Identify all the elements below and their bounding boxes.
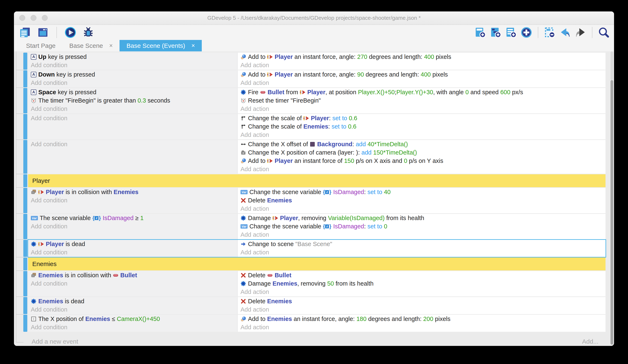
redo-icon[interactable] [575,27,586,38]
event-handle[interactable] [23,174,27,187]
condition-line[interactable]: Enemies is dead [28,297,237,305]
close-tab-icon[interactable]: × [109,42,113,49]
action-line[interactable]: Change the scale of Player: set to 0.6 [238,114,606,122]
action-line[interactable]: Add to Player an instant force, angle: 2… [238,53,606,61]
action-line[interactable]: Fire Bullet from Player, at position Pla… [238,88,606,96]
tab-start-page[interactable]: Start Page [19,40,63,51]
action-line[interactable]: Reset the timer "FireBegin" [238,96,606,105]
condition-line[interactable]: The timer "FireBegin" is greater than 0.… [28,96,237,105]
event-handle[interactable] [23,114,27,139]
action-line[interactable]: Add to Player an instant force, angle: 9… [238,70,606,79]
add-action-link[interactable]: Add action [238,61,606,69]
add-circle-icon[interactable] [521,27,532,38]
add-condition-link[interactable]: Add condition [28,114,237,122]
event-handle[interactable] [23,214,27,239]
action-line[interactable]: Add to Player an instant force of 150 p/… [238,157,606,165]
action-line[interactable]: Change the X position of camera (layer: … [238,148,606,157]
condition-line[interactable]: Player is in collision with Enemies [28,188,237,196]
action-line[interactable]: Change the X offset of Background: add 4… [238,140,606,148]
add-condition-link[interactable]: Add condition [28,222,237,231]
add-action-link[interactable]: Add action [238,131,606,139]
add-action-link[interactable]: Add action [238,305,606,314]
add-more-link[interactable]: Add... [582,338,598,345]
event-handle[interactable] [23,188,27,213]
condition-line[interactable]: VarThe scene variable {z}IsDamaged ≥ 1 [28,214,237,222]
action-line[interactable]: Change to scene "Base Scene" [238,240,606,248]
add-action-link[interactable]: Add action [238,165,606,173]
project-manager-icon[interactable] [19,26,31,39]
action-line[interactable]: Change the scale of Enemies: set to 0.6 [238,122,606,131]
action-line[interactable]: Delete Bullet [238,271,606,279]
add-condition-link[interactable]: Add condition [28,105,237,113]
text-segment: Player [280,215,298,222]
add-action-link[interactable]: Add action [238,248,606,256]
action-line[interactable]: Damage Enemies, removing 50 from its hea… [238,279,606,288]
timer-icon [240,98,246,103]
scrollbar-thumb[interactable] [611,80,613,345]
tab-base-scene-events[interactable]: Base Scene (Events)× [120,40,202,51]
add-condition-link[interactable]: Add condition [28,279,237,288]
play-icon[interactable] [64,26,77,39]
add-action-link[interactable]: Add action [238,105,606,113]
action-line[interactable]: Add to Enemies an instant force, angle: … [238,315,606,323]
add-condition-link[interactable]: Add condition [28,305,237,314]
action-line[interactable]: Delete Enemies [238,297,606,305]
add-condition-link[interactable]: Add condition [28,79,237,87]
tab-base-scene[interactable]: Base Scene× [63,40,120,51]
text-segment: ; [395,89,396,96]
add-condition-link[interactable]: Add condition [28,140,237,148]
condition-line[interactable]: Player is dead [28,240,237,248]
event-handle[interactable] [23,257,27,270]
group-header[interactable]: Enemies [28,257,606,270]
condition-line[interactable]: The X position of Enemies ≤ CameraX()+45… [28,315,237,323]
force-icon [240,158,246,164]
action-line[interactable]: Delete Enemies [238,196,606,204]
condition-line[interactable]: ASpace key is pressed [28,88,237,96]
event-handle[interactable] [23,315,27,332]
zoom-button[interactable] [42,15,48,21]
event-handle[interactable] [23,140,27,174]
add-action-link[interactable]: Add action [238,323,606,331]
add-new-event-link[interactable]: Add a new event [32,338,78,345]
scene-editor-icon[interactable] [37,26,49,39]
close-tab-icon[interactable]: × [191,42,195,49]
add-condition-link[interactable]: Add condition [28,323,237,331]
action-line[interactable]: Damage Player, removing Variable(IsDamag… [238,214,606,222]
add-action-link[interactable]: Add action [238,204,606,213]
horizontal-arrows-icon [240,141,246,147]
event-handle[interactable] [23,240,27,257]
search-icon[interactable] [598,27,610,38]
remove-event-icon[interactable] [544,27,555,38]
event-handle[interactable] [23,88,27,113]
group-header[interactable]: Player [28,174,606,187]
add-subevent-icon[interactable] [490,27,501,38]
event-handle[interactable] [23,297,27,314]
minimize-button[interactable] [31,15,36,21]
event-handle[interactable] [23,53,27,70]
add-comment-icon[interactable] [505,27,517,38]
add-action-link[interactable]: Add action [238,231,606,239]
condition-line[interactable]: Enemies is in collision with Bullet [28,271,237,279]
event-handle[interactable] [23,271,27,296]
text-segment: from its health [385,215,424,222]
add-action-link[interactable]: Add action [238,288,606,296]
camera-icon [240,150,246,155]
text-segment: key is pressed [48,54,87,60]
undo-icon[interactable] [559,27,571,38]
add-condition-link[interactable]: Add condition [28,196,237,204]
debug-icon[interactable] [82,26,94,39]
add-condition-link[interactable]: Add condition [28,61,237,69]
add-condition-link[interactable]: Add condition [28,248,237,256]
condition-line[interactable]: ADown key is pressed [28,70,237,79]
add-event-icon[interactable] [474,27,486,38]
action-line[interactable]: VarChange the scene variable {z}IsDamage… [238,188,606,196]
add-action-link[interactable]: Add action [238,79,606,87]
close-button[interactable] [19,15,25,21]
variable-icon: Var [240,224,247,229]
action-line[interactable]: VarChange the scene variable {z}IsDamage… [238,222,606,231]
condition-line[interactable]: AUp key is pressed [28,53,237,61]
event-row: Add conditionChange the X offset of Back… [14,140,614,174]
event-handle[interactable] [23,70,27,87]
tab-label: Base Scene [69,42,103,49]
text-segment: IsDamaged [103,215,134,222]
